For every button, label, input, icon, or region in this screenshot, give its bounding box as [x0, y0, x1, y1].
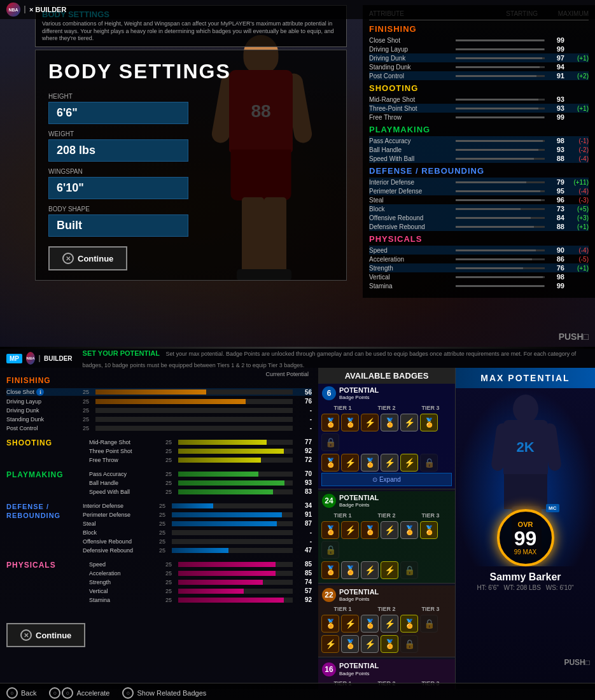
body-shape-value[interactable]: Built — [48, 214, 188, 237]
push-logo-max: PUSH□ — [564, 658, 590, 667]
tier-22-circle: 22 — [322, 588, 336, 602]
vertical-label: Vertical — [369, 274, 452, 281]
badge-icon: 🏅 — [361, 521, 379, 539]
speed-with-ball-skill-bar — [178, 489, 293, 494]
tier-22-label: POTENTIALBadge Points — [339, 588, 379, 603]
attr-row-off-rebound: Offensive Rebound 84 (+3) — [369, 213, 589, 222]
tier-24-label: POTENTIALBadge Points — [339, 494, 379, 508]
tier-6-header: 6 POTENTIALBadge Points — [318, 384, 455, 403]
attr-row-acceleration: Acceleration 86 (-5) — [369, 255, 589, 263]
post-control-value: 91 — [549, 72, 564, 80]
badge-icon: 🏅 — [420, 414, 438, 431]
strength-bar — [456, 267, 545, 269]
tier-24-circle: 24 — [322, 494, 336, 508]
bottom-footer: ○ Back ○ ○ Accelerate ○ Show Related Bad… — [0, 683, 595, 700]
wingspan-value[interactable]: 6'10" — [48, 177, 188, 199]
driving-dunk-skill-bar — [95, 408, 293, 413]
driving-dunk-bar — [456, 57, 545, 59]
bottom-continue-label: Continue — [36, 631, 71, 640]
playmaking-cat-title: PLAYMAKING — [6, 470, 80, 479]
attr-row-speed: Speed 90 (-4) — [369, 246, 589, 255]
badge-icon: ⚡ — [381, 615, 398, 633]
height-field-group: HEIGHT 6'6" — [48, 93, 333, 124]
badge-icon: 🔒 — [400, 635, 418, 653]
def-rebound-value: 88 — [549, 223, 564, 230]
accelerate-icons: ○ ○ — [49, 687, 73, 699]
tier-16-label: POTENTIALBadge Points — [339, 662, 379, 676]
accelerate-button[interactable]: ○ ○ Accelerate — [49, 687, 109, 699]
badge-icon: 🔒 — [321, 541, 339, 559]
attr-row-ball-handle: Ball Handle 93 (-2) — [369, 145, 589, 154]
badge-icon: ⚡ — [381, 561, 398, 579]
tier-22-icons-row2: ⚡ 🏅 ⚡ 🏅 🔒 — [318, 634, 455, 654]
strength-label: Strength — [369, 265, 452, 272]
2k-logo: 2K — [516, 439, 534, 456]
badge-icon: 🏅 — [400, 615, 418, 633]
pass-accuracy-value: 98 — [549, 137, 564, 144]
player-ws: WS: 6'10" — [546, 584, 574, 591]
tier-6-label: POTENTIALBadge Points — [339, 386, 379, 401]
bottom-continue-button[interactable]: ✕ Continue — [6, 623, 85, 647]
steal-value: 96 — [549, 196, 564, 204]
driving-dunk-label: Driving Dunk — [369, 55, 452, 62]
top-continue-button[interactable]: ✕ Continue — [48, 246, 127, 270]
off-rebound-value: 84 — [549, 214, 564, 221]
top-header-bar: NBA × BUILDER — [0, 0, 595, 19]
block-label: Block — [369, 206, 452, 213]
steal-skill-bar — [172, 521, 293, 526]
weight-value[interactable]: 208 lbs — [48, 139, 188, 162]
show-badges-label: Show Related Badges — [137, 689, 206, 697]
off-rebound-label: Offensive Rebound — [369, 214, 452, 221]
attr-row-post-control: Post Control 91 (+2) — [369, 71, 589, 80]
speed-value: 90 — [549, 246, 564, 254]
interior-defense-label: Interior Defense — [369, 179, 452, 186]
finishing-cat-section: FINISHING Close Shot ℹ 25 56 Driving Lay… — [0, 371, 318, 438]
pass-accuracy-skill-bar — [178, 472, 293, 477]
accel-icon-2: ○ — [62, 687, 73, 699]
close-shot-value: 99 — [549, 36, 564, 44]
def-rebound-bar — [456, 226, 545, 228]
height-value[interactable]: 6'6" — [48, 102, 188, 124]
badge-tier-6-block: 6 POTENTIALBadge Points TIER 1 TIER 2 TI… — [318, 384, 455, 489]
skill-row-close-shot: Close Shot ℹ 25 56 — [6, 388, 312, 396]
shooting-section: SHOOTING Mid-Range Shot 93 Three-Point S… — [369, 83, 589, 122]
acceleration-value: 86 — [549, 255, 564, 263]
ball-handle-bar — [456, 149, 545, 151]
skill-row-speed-with-ball-skill: Speed With Ball 25 83 — [89, 488, 312, 495]
bottom-half: MP NBA BUILDER SET YOUR POTENTIAL Set yo… — [0, 349, 595, 700]
skill-row-steal-skill: Steal 25 87 — [83, 520, 312, 527]
badge-icon: ⚡ — [400, 454, 418, 472]
driving-layup-value: 99 — [549, 45, 564, 53]
ball-handle-label: Ball Handle — [369, 146, 452, 153]
badge-icon: ⚡ — [400, 414, 418, 431]
tier-24-header: 24 POTENTIALBadge Points — [318, 491, 455, 511]
badge-tier-22-block: 22 POTENTIALBadge Points TIER 1 TIER 2 T… — [318, 585, 455, 658]
badge-icon: 🔒 — [400, 561, 418, 579]
three-point-bonus: (+1) — [566, 105, 589, 112]
show-badges-button[interactable]: ○ Show Related Badges — [122, 687, 206, 699]
bottom-header-bar: MP NBA BUILDER SET YOUR POTENTIAL Set yo… — [0, 349, 595, 368]
tier-24-labels: TIER 1 TIER 2 TIER 3 — [318, 511, 455, 520]
driving-layup-label: Driving Layup — [369, 46, 452, 53]
current-potential-label: Current Potential — [265, 371, 309, 377]
attr-row-interior-defense: Interior Defense 79 (+11) — [369, 178, 589, 186]
badge-icon: 🔒 — [420, 615, 438, 633]
badge-icon: 🏅 — [341, 414, 359, 431]
expand-button[interactable]: ⊙ Expand — [321, 473, 452, 486]
interior-defense-value: 79 — [549, 178, 564, 186]
skill-row-strength-skill: Strength 25 74 — [89, 578, 312, 585]
midrange-bar — [456, 99, 545, 101]
midrange-label: Mid-Range Shot — [369, 96, 452, 103]
skill-row-vertical-skill: Vertical 25 57 — [89, 587, 312, 594]
skill-row-interior-def: Interior Defense 25 34 — [83, 502, 312, 509]
back-button[interactable]: ○ Back — [6, 687, 36, 699]
tier2-label-a: TIER 2 — [365, 405, 408, 411]
badges-header: AVAILABLE BADGES — [318, 368, 455, 384]
body-shape-field-group: BODY SHAPE Built — [48, 206, 333, 237]
defense-cat-title: DEFENSE /REBOUNDING — [6, 502, 80, 521]
x-circle-icon: ✕ — [62, 253, 74, 264]
badge-icon: 🔒 — [321, 433, 339, 451]
attr-row-midrange: Mid-Range Shot 93 — [369, 95, 589, 104]
bottom-x-icon: ✕ — [20, 629, 32, 641]
badge-icon: 🏅 — [400, 521, 418, 539]
